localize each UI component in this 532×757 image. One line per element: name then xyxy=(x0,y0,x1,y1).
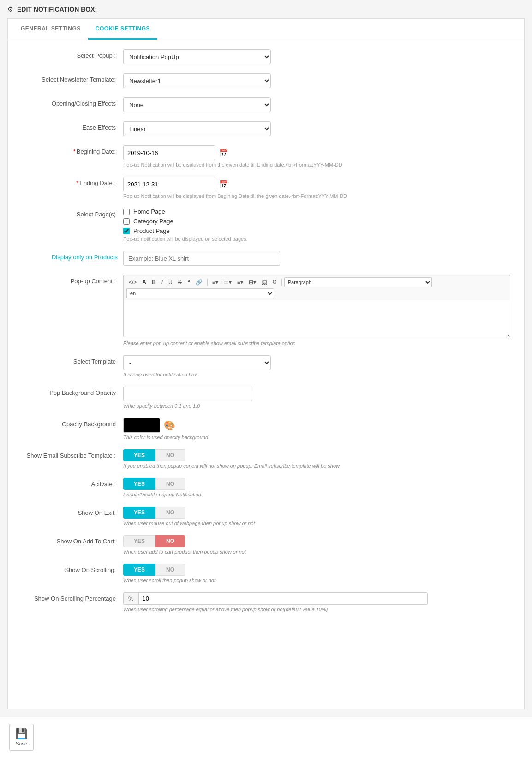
table-btn[interactable]: ⊞▾ xyxy=(246,278,258,286)
show-add-help: When user add to cart product then popup… xyxy=(123,549,510,554)
control-display-only xyxy=(123,251,510,266)
show-scrolling-help: When user scroll then popup show or not xyxy=(123,578,510,583)
ease-effects-dropdown[interactable]: Linear xyxy=(123,121,271,136)
beginning-date-input[interactable] xyxy=(123,145,215,160)
image-btn[interactable]: 🖼 xyxy=(259,278,269,286)
checkbox-category-label: Category Page xyxy=(133,218,173,225)
popup-content-help: Please enter pop-up content or enable sh… xyxy=(123,340,510,346)
control-show-on-add: YES NO When user add to cart product the… xyxy=(123,535,510,554)
show-exit-no-btn[interactable]: NO xyxy=(155,507,185,519)
toggle-show-email: YES NO xyxy=(123,449,510,461)
select-popup-dropdown[interactable]: Notification PopUp xyxy=(123,49,271,64)
product-search-input[interactable] xyxy=(123,251,280,266)
list-ul-btn[interactable]: ☰▾ xyxy=(221,278,234,286)
checkbox-home-input[interactable] xyxy=(123,209,130,215)
opening-closing-dropdown[interactable]: None xyxy=(123,97,271,112)
label-scrolling-pct: Show On Scrolling Percentage xyxy=(22,592,123,602)
checkbox-category-page[interactable]: Category Page xyxy=(123,218,510,225)
show-email-yes-btn[interactable]: YES xyxy=(123,449,155,461)
label-activate: Activate : xyxy=(22,478,123,488)
pct-symbol: % xyxy=(124,593,139,604)
label-select-popup: Select Popup : xyxy=(22,49,123,59)
save-icon: 💾 xyxy=(15,728,28,740)
row-popup-content: Pop-up Content : </> A B I U S̶ ❝ 🔗 ≡▾ ☰… xyxy=(22,275,510,346)
popup-content-textarea[interactable] xyxy=(123,300,510,337)
checkbox-home-page[interactable]: Home Page xyxy=(123,208,510,215)
control-activate: YES NO Enable/Disable pop-up Notificatio… xyxy=(123,478,510,497)
tab-cookie-settings[interactable]: COOKIE SETTINGS xyxy=(88,19,157,40)
footer-bar: 💾 Save xyxy=(0,717,532,757)
page-wrapper: ⚙ EDIT NOTIFICATION BOX: GENERAL SETTING… xyxy=(0,0,532,757)
show-add-yes-btn[interactable]: YES xyxy=(123,535,155,547)
required-star-begin: * xyxy=(73,148,76,155)
checkbox-category-input[interactable] xyxy=(123,218,130,225)
opacity-color-swatch[interactable] xyxy=(123,418,160,433)
row-opacity-bg: Opacity Background 🎨 This color is used … xyxy=(22,418,510,440)
row-ending-date: *Ending Date : 📅 Pop-up Notification wil… xyxy=(22,177,510,199)
paragraph-select[interactable]: Paragraph xyxy=(284,277,432,287)
calendar-icon-begin[interactable]: 📅 xyxy=(219,149,228,157)
show-exit-help: When user mouse out of webpage then popu… xyxy=(123,520,510,526)
select-template-dropdown[interactable]: - xyxy=(123,355,271,370)
row-show-on-add: Show On Add To Cart: YES NO When user ad… xyxy=(22,535,510,554)
tabs-bar: GENERAL SETTINGS COOKIE SETTINGS xyxy=(8,19,524,40)
label-ease-effects: Ease Effects xyxy=(22,121,123,131)
align-btn[interactable]: ≡▾ xyxy=(210,278,221,286)
label-show-on-scrolling: Show On Scrolling: xyxy=(22,564,123,573)
show-scrolling-yes-btn[interactable]: YES xyxy=(123,564,155,576)
form-body: Select Popup : Notification PopUp Select… xyxy=(8,40,524,640)
quote-btn[interactable]: ❝ xyxy=(185,278,192,286)
row-opening-closing: Opening/Closing Effects None xyxy=(22,97,510,112)
required-star-end: * xyxy=(76,179,78,186)
activate-no-btn[interactable]: NO xyxy=(155,478,185,490)
show-email-help: If you enabled then popup conent will no… xyxy=(123,463,510,469)
color-picker-icon[interactable]: 🎨 xyxy=(164,420,175,431)
show-scrolling-no-btn[interactable]: NO xyxy=(155,564,185,576)
settings-icon: ⚙ xyxy=(7,6,13,13)
show-exit-yes-btn[interactable]: YES xyxy=(123,507,155,519)
list-ol-btn[interactable]: ≡▾ xyxy=(235,278,245,286)
ending-date-help: Pop-up Notification will be displayed fr… xyxy=(123,193,510,199)
opacity-bg-help: This color is used opacity background xyxy=(123,435,510,440)
label-beginning-date: *Begining Date: xyxy=(22,145,123,155)
checkbox-product-page[interactable]: Product Page xyxy=(123,227,510,234)
control-bg-opacity: Write opacity between 0.1 and 1.0 xyxy=(123,387,510,409)
editor-toolbar: </> A B I U S̶ ❝ 🔗 ≡▾ ☰▾ ≡▾ ⊞▾ 🖼 xyxy=(123,275,510,300)
underline-btn[interactable]: U xyxy=(166,278,175,286)
strike-btn[interactable]: S̶ xyxy=(176,278,184,286)
control-show-on-exit: YES NO When user mouse out of webpage th… xyxy=(123,507,510,526)
show-email-no-btn[interactable]: NO xyxy=(155,449,185,461)
code-btn[interactable]: </> xyxy=(126,278,139,286)
toggle-show-on-scrolling: YES NO xyxy=(123,564,510,576)
tab-general-settings[interactable]: GENERAL SETTINGS xyxy=(13,19,88,40)
show-add-no-btn[interactable]: NO xyxy=(155,535,185,547)
toggle-show-on-add: YES NO xyxy=(123,535,510,547)
save-button[interactable]: 💾 Save xyxy=(9,724,34,751)
checkbox-product-input[interactable] xyxy=(123,228,130,234)
newsletter-template-dropdown[interactable]: Newsletter1 xyxy=(123,73,271,88)
link-btn[interactable]: 🔗 xyxy=(193,278,205,286)
label-popup-content: Pop-up Content : xyxy=(22,275,123,285)
scrolling-pct-input[interactable] xyxy=(139,593,427,604)
bg-opacity-input[interactable] xyxy=(123,387,252,401)
row-bg-opacity: Pop Background Opacity Write opacity bet… xyxy=(22,387,510,409)
font-color-btn[interactable]: A xyxy=(140,278,149,286)
control-beginning-date: 📅 Pop-up Notification will be displayed … xyxy=(123,145,510,167)
page-title: EDIT NOTIFICATION BOX: xyxy=(17,6,97,13)
calendar-icon-end[interactable]: 📅 xyxy=(219,180,228,189)
row-display-only: Display only on Products xyxy=(22,251,510,266)
special-char-btn[interactable]: Ω xyxy=(270,278,279,286)
label-select-template: Select Template xyxy=(22,355,123,365)
bold-btn[interactable]: B xyxy=(149,278,158,286)
date-input-wrapper-begin: 📅 xyxy=(123,145,510,160)
control-select-popup: Notification PopUp xyxy=(123,49,510,64)
italic-btn[interactable]: I xyxy=(159,278,165,286)
display-only-link[interactable]: Display only on Products xyxy=(22,251,123,261)
activate-yes-btn[interactable]: YES xyxy=(123,478,155,490)
lang-select[interactable]: en xyxy=(126,288,274,298)
ending-date-input[interactable] xyxy=(123,177,215,191)
toolbar-sep-2 xyxy=(281,279,282,286)
label-show-on-add: Show On Add To Cart: xyxy=(22,535,123,545)
checkbox-home-label: Home Page xyxy=(133,208,165,215)
row-show-email: Show Email Subscribe Template : YES NO I… xyxy=(22,449,510,469)
